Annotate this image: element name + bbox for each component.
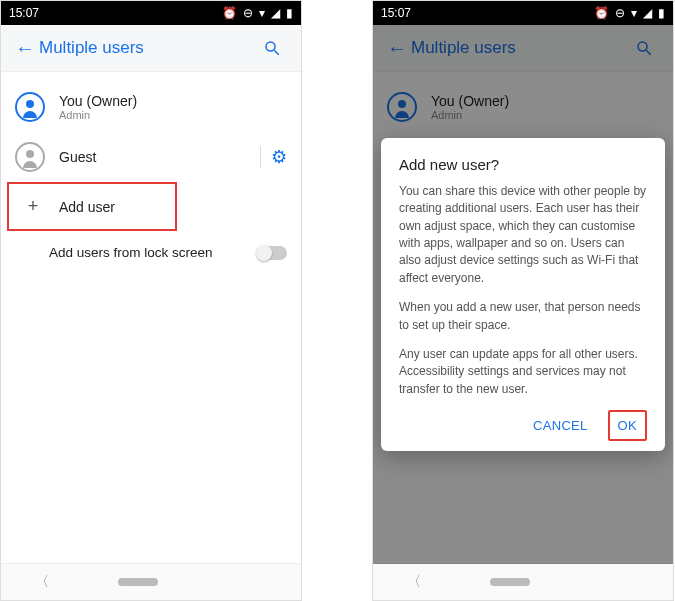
user-row-owner[interactable]: You (Owner) Admin	[1, 82, 301, 132]
svg-line-1	[274, 50, 279, 55]
dialog-scrim[interactable]: Add new user? You can share this device …	[373, 25, 673, 564]
add-from-lock-label: Add users from lock screen	[49, 245, 257, 260]
plus-icon: +	[23, 196, 43, 217]
avatar-owner-icon	[15, 92, 45, 122]
add-from-lock-row[interactable]: Add users from lock screen	[1, 231, 301, 274]
signal-icon: ◢	[271, 6, 280, 20]
user-row-guest[interactable]: Guest ⚙	[1, 132, 301, 182]
status-time: 15:07	[381, 6, 411, 20]
alarm-icon: ⏰	[222, 6, 237, 20]
wifi-icon: ▾	[631, 6, 637, 20]
wifi-icon: ▾	[259, 6, 265, 20]
nav-back-icon[interactable]: 〈	[407, 573, 421, 591]
signal-icon: ◢	[643, 6, 652, 20]
phone-right: 15:07 ⏰ ⊖ ▾ ◢ ▮ ← Multiple users You (Ow…	[372, 0, 674, 601]
dialog-body-2: When you add a new user, that person nee…	[399, 299, 647, 334]
ok-button[interactable]: OK	[608, 410, 647, 441]
battery-icon: ▮	[286, 6, 293, 20]
content: You (Owner) Admin Guest ⚙ + Add user Add…	[1, 72, 301, 563]
owner-name: You (Owner)	[59, 93, 287, 109]
add-user-button[interactable]: + Add user	[7, 182, 177, 231]
nav-bar: 〈	[1, 563, 301, 600]
page-title: Multiple users	[39, 38, 263, 58]
guest-name: Guest	[59, 149, 260, 165]
svg-point-0	[266, 42, 275, 51]
status-bar: 15:07 ⏰ ⊖ ▾ ◢ ▮	[373, 1, 673, 25]
owner-role: Admin	[59, 109, 287, 121]
gear-icon[interactable]: ⚙	[260, 146, 287, 168]
nav-back-icon[interactable]: 〈	[35, 573, 49, 591]
status-icons: ⏰ ⊖ ▾ ◢ ▮	[594, 6, 665, 20]
add-user-dialog: Add new user? You can share this device …	[381, 138, 665, 451]
nav-home-pill[interactable]	[490, 578, 530, 586]
back-icon[interactable]: ←	[11, 37, 39, 60]
phone-left: 15:07 ⏰ ⊖ ▾ ◢ ▮ ← Multiple users You (Ow…	[0, 0, 302, 601]
dialog-body-3: Any user can update apps for all other u…	[399, 346, 647, 398]
dialog-body-1: You can share this device with other peo…	[399, 183, 647, 287]
app-bar: ← Multiple users	[1, 25, 301, 72]
dnd-icon: ⊖	[615, 6, 625, 20]
cancel-button[interactable]: CANCEL	[525, 412, 596, 439]
avatar-guest-icon	[15, 142, 45, 172]
alarm-icon: ⏰	[594, 6, 609, 20]
nav-bar: 〈	[373, 563, 673, 600]
battery-icon: ▮	[658, 6, 665, 20]
status-icons: ⏰ ⊖ ▾ ◢ ▮	[222, 6, 293, 20]
status-time: 15:07	[9, 6, 39, 20]
status-bar: 15:07 ⏰ ⊖ ▾ ◢ ▮	[1, 1, 301, 25]
search-icon[interactable]	[263, 39, 291, 57]
dialog-title: Add new user?	[399, 156, 647, 173]
dnd-icon: ⊖	[243, 6, 253, 20]
lock-screen-toggle[interactable]	[257, 246, 287, 260]
nav-home-pill[interactable]	[118, 578, 158, 586]
add-user-label: Add user	[59, 199, 115, 215]
